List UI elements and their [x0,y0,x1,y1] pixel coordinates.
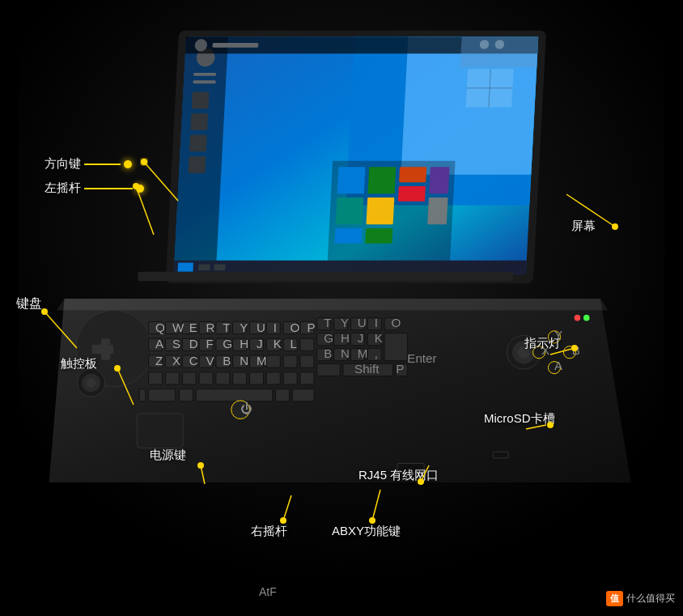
svg-rect-166 [493,452,508,458]
svg-text:Y: Y [240,321,248,334]
abxy-label: ABXY功能键 [332,524,401,539]
svg-text:B: B [572,343,580,357]
svg-text:A: A [554,359,563,372]
svg-text:T: T [324,316,331,329]
right-stick-label: 右摇杆 [251,524,287,539]
svg-text:I: I [375,316,378,329]
annotation-touchpad: 触控板 [61,356,97,372]
svg-text:,: , [375,346,378,360]
svg-rect-83 [300,372,314,384]
svg-text:B: B [223,354,231,367]
svg-rect-36 [174,36,539,274]
svg-text:N: N [341,346,350,360]
svg-text:H: H [341,331,350,345]
watermark: 值 什么值得买 [606,591,675,606]
direction-keys-label: 方向键 [45,156,81,172]
indicator-label: 指示灯 [524,336,561,351]
svg-text:V: V [206,354,215,367]
svg-rect-77 [199,372,213,384]
svg-point-159 [575,315,581,321]
rj45-label: RJ45 有线网口 [358,468,439,483]
touchpad-label: 触控板 [61,356,97,372]
svg-text:T: T [223,321,230,334]
svg-rect-87 [276,389,290,401]
annotation-rj45: RJ45 有线网口 [358,468,439,483]
svg-rect-84 [149,389,176,401]
annotation-power-key: 电源键 [150,448,186,463]
svg-text:K: K [375,331,383,345]
svg-rect-85 [179,389,193,401]
svg-text:D: D [189,337,198,350]
svg-text:Q: Q [155,321,165,334]
annotation-indicator: 指示灯 [524,336,561,351]
svg-text:O: O [291,321,300,334]
svg-text:R: R [206,321,215,334]
svg-rect-164 [139,389,146,401]
svg-text:K: K [274,337,282,350]
svg-text:B: B [324,346,332,360]
svg-text:J: J [257,337,263,350]
device-svg: QWE RTY UIO P ASD FGH JKL ZXC VBN M [0,0,683,583]
svg-text:X: X [172,354,180,367]
svg-text:Shift: Shift [354,362,380,376]
svg-text:S: S [172,337,180,350]
power-key-label: 电源键 [150,448,186,463]
annotation-microsd: MicroSD卡槽 [484,411,555,427]
svg-rect-79 [233,372,247,384]
svg-rect-86 [196,389,273,401]
keyboard-label: 键盘 [16,295,42,312]
annotation-screen: 屏幕 [571,219,596,234]
svg-text:E: E [189,321,197,334]
screen-label: 屏幕 [571,219,596,234]
svg-text:L: L [291,337,297,350]
svg-text:⏻: ⏻ [240,401,252,415]
svg-rect-88 [292,389,313,401]
svg-rect-124 [384,333,407,361]
svg-text:Z: Z [155,354,163,367]
left-stick-label: 左摇杆 [45,181,81,196]
annotation-keyboard: 键盘 [16,295,42,312]
svg-text:O: O [391,316,401,329]
svg-rect-40 [92,345,113,354]
annotation-right-stick: 右摇杆 [251,524,287,539]
microsd-label: MicroSD卡槽 [484,411,555,427]
svg-rect-72 [283,355,297,367]
svg-rect-163 [137,414,183,448]
svg-text:U: U [358,316,367,329]
atf-text: AtF [259,585,277,598]
svg-text:F: F [206,337,214,350]
device-container: QWE RTY UIO P ASD FGH JKL ZXC VBN M [0,0,683,583]
watermark-badge: 值 [606,591,623,606]
svg-text:Enter: Enter [407,351,436,365]
svg-text:M: M [358,346,368,360]
svg-rect-75 [165,372,179,384]
svg-text:H: H [240,337,248,350]
svg-rect-80 [249,372,263,384]
svg-rect-76 [182,372,196,384]
svg-text:P: P [307,321,315,334]
svg-text:P: P [396,362,404,376]
svg-rect-82 [283,372,297,384]
svg-text:G: G [223,337,232,350]
svg-text:C: C [189,354,198,367]
svg-rect-63 [300,338,314,350]
annotation-abxy: ABXY功能键 [332,524,401,539]
svg-text:Y: Y [341,316,349,329]
svg-text:J: J [358,331,364,345]
svg-point-43 [87,378,95,387]
svg-text:U: U [257,321,265,334]
svg-rect-81 [266,372,280,384]
svg-point-160 [583,315,590,321]
annotation-direction-keys: 方向键 [45,156,132,172]
svg-text:G: G [324,331,333,345]
svg-text:M: M [257,354,267,367]
svg-rect-129 [317,363,340,376]
svg-rect-78 [216,372,230,384]
svg-text:A: A [155,337,164,350]
svg-text:N: N [240,354,248,367]
svg-rect-74 [149,372,163,384]
svg-text:I: I [274,321,277,334]
svg-rect-73 [300,355,314,367]
annotation-left-stick: 左摇杆 [45,181,144,196]
svg-text:W: W [172,321,185,334]
